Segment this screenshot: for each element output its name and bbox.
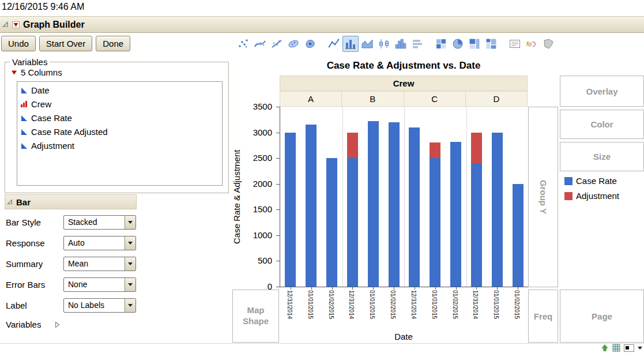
x-tick-label: 12/31/2014 <box>410 290 417 319</box>
smoother-icon[interactable] <box>252 36 268 52</box>
variables-disclosure-row[interactable]: Variables <box>6 320 60 329</box>
plot-area[interactable] <box>280 107 529 287</box>
bar-section-title: Bar <box>16 197 31 207</box>
legend-item[interactable]: Case Rate <box>564 176 619 186</box>
horizontal-bar-icon[interactable] <box>409 36 425 52</box>
heatmap-icon[interactable] <box>433 36 449 52</box>
green-arrow-icon[interactable] <box>601 344 609 352</box>
pie-icon[interactable] <box>450 36 466 52</box>
x-axis-labels[interactable]: 12/31/201401/01/201501/02/201512/31/2014… <box>280 287 528 330</box>
done-button[interactable]: Done <box>96 36 130 51</box>
label-value: No Labels <box>68 301 104 310</box>
y-tick-label: 1500 <box>253 204 272 214</box>
column-item[interactable]: Case Rate <box>17 111 222 125</box>
chevron-down-icon[interactable] <box>125 299 135 312</box>
group-y-drop-zone[interactable]: Group Y <box>528 107 558 287</box>
contour-icon[interactable] <box>302 36 318 52</box>
group-x-cells: ABCD <box>280 91 528 107</box>
bar-case-rate[interactable] <box>389 122 400 287</box>
summary-dropdown[interactable]: Mean <box>63 257 136 271</box>
bar-case-rate[interactable] <box>450 142 461 287</box>
bar-case-rate[interactable] <box>285 133 296 287</box>
bar-adjustment[interactable] <box>430 142 440 158</box>
bar-style-value: Stacked <box>68 217 97 227</box>
x-tick <box>332 287 333 290</box>
map-shapes-icon[interactable] <box>540 36 556 52</box>
bar-case-rate[interactable] <box>326 158 337 287</box>
red-triangle-menu-icon[interactable] <box>12 21 20 28</box>
size-drop-zone[interactable]: Size <box>560 142 644 171</box>
points-icon[interactable] <box>235 36 251 52</box>
bar-icon[interactable] <box>342 36 359 52</box>
map-shape-drop-zone[interactable]: Map Shape <box>232 290 279 343</box>
chevron-down-icon[interactable] <box>125 278 135 291</box>
bar-adjustment[interactable] <box>347 133 358 159</box>
ellipse-icon[interactable] <box>285 36 302 52</box>
bar-section-header[interactable]: Bar <box>5 194 137 209</box>
bar-case-rate[interactable] <box>306 125 317 287</box>
response-dropdown[interactable]: Auto <box>63 236 136 250</box>
bar-style-dropdown[interactable]: Stacked <box>63 215 136 230</box>
start-over-button[interactable]: Start Over <box>39 36 92 51</box>
chevron-right-icon[interactable] <box>55 321 60 328</box>
freq-drop-zone[interactable]: Freq <box>528 290 558 343</box>
disclosure-open-icon[interactable] <box>7 199 13 205</box>
chevron-down-icon[interactable] <box>125 236 135 250</box>
bar-case-rate[interactable] <box>409 127 420 287</box>
x-tick <box>373 287 374 290</box>
continuous-column-icon <box>20 142 28 149</box>
formula-icon[interactable]: fo <box>524 36 540 52</box>
response-value: Auto <box>68 238 85 247</box>
caret-down-icon[interactable] <box>638 347 642 350</box>
chevron-down-icon[interactable] <box>125 216 135 229</box>
area-icon[interactable] <box>359 36 375 52</box>
action-buttons: Undo Start Over Done <box>1 36 130 51</box>
bar-case-rate[interactable] <box>368 121 379 287</box>
bar-case-rate[interactable] <box>347 158 358 287</box>
bar-case-rate[interactable] <box>430 158 440 287</box>
column-item[interactable]: Case Rate Adjusted <box>17 125 222 138</box>
histogram-icon[interactable] <box>393 36 409 52</box>
x-tick <box>497 287 498 290</box>
disclosure-open-icon[interactable] <box>2 21 9 28</box>
selection-box-icon[interactable] <box>624 344 634 352</box>
y-axis-labels[interactable]: 0500100015002000250030003500 <box>229 107 276 287</box>
y-tick-label: 500 <box>258 256 272 265</box>
y-tick-label: 2500 <box>253 153 272 163</box>
grid-icon[interactable] <box>612 344 620 352</box>
mosaic-icon[interactable] <box>483 36 499 52</box>
bar-case-rate[interactable] <box>471 163 482 287</box>
page-drop-zone[interactable]: Page <box>560 290 644 343</box>
treemap-icon[interactable] <box>466 36 483 52</box>
error-bars-dropdown[interactable]: None <box>63 277 136 292</box>
bar-case-rate[interactable] <box>492 133 503 287</box>
line-of-fit-icon[interactable] <box>269 36 285 52</box>
x-tick-label: 12/31/2014 <box>472 290 479 319</box>
color-zone-label: Color <box>590 119 613 129</box>
legend-item[interactable]: Adjustment <box>564 191 619 201</box>
legend-swatch <box>564 177 573 185</box>
column-item[interactable]: Crew <box>17 97 222 111</box>
panel-separator <box>404 107 405 287</box>
chevron-down-icon[interactable] <box>125 257 135 271</box>
box-plot-icon[interactable] <box>376 36 392 52</box>
bar-adjustment[interactable] <box>471 133 482 164</box>
x-tick <box>394 287 394 290</box>
x-tick <box>291 287 291 290</box>
x-tick-label: 01/01/2015 <box>493 290 499 319</box>
column-item[interactable]: Adjustment <box>17 138 222 152</box>
label-dropdown[interactable]: No Labels <box>63 298 136 313</box>
column-item[interactable]: Date <box>17 83 222 97</box>
overlay-drop-zone[interactable]: Overlay <box>560 76 644 107</box>
columns-list: DateCrewCase RateCase Rate AdjustedAdjus… <box>17 81 223 186</box>
undo-button[interactable]: Undo <box>1 36 36 51</box>
legend: Case RateAdjustment <box>564 176 619 206</box>
y-tick <box>276 158 280 159</box>
graph-builder-titlebar[interactable]: Graph Builder <box>0 16 644 33</box>
color-drop-zone[interactable]: Color <box>560 110 644 139</box>
line-icon[interactable] <box>326 36 342 52</box>
caption-box-icon[interactable] <box>507 36 523 52</box>
x-tick <box>456 287 457 290</box>
bar-case-rate[interactable] <box>513 184 524 287</box>
red-triangle-menu-icon[interactable] <box>11 70 17 76</box>
